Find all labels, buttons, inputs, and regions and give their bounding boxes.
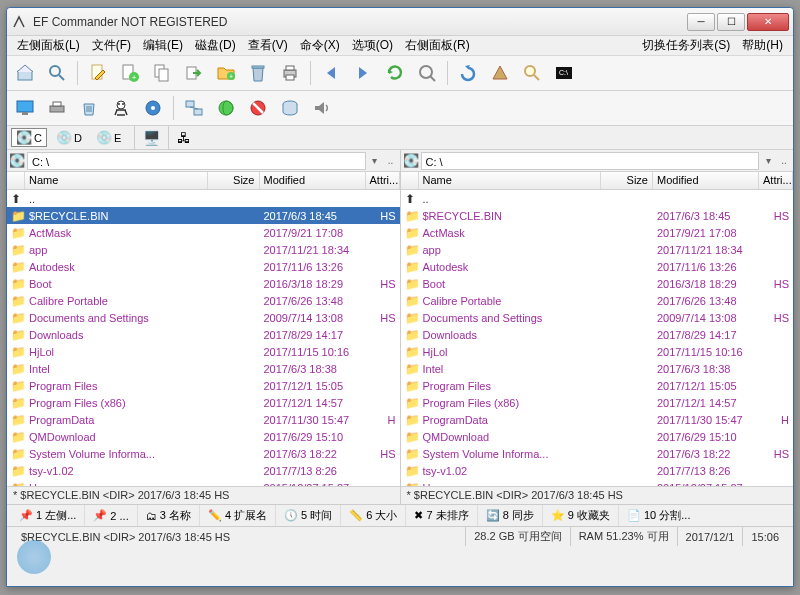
network-icon[interactable]: [180, 94, 208, 122]
funcbar-item[interactable]: 📏6 大小: [340, 505, 405, 526]
table-row[interactable]: 📁Documents and Settings2009/7/14 13:08HS: [401, 309, 794, 326]
table-row[interactable]: 📁ActMask2017/9/21 17:08: [401, 224, 794, 241]
left-filelist[interactable]: Name Size Modified Attri... ⬆.. 📁$RECYCL…: [7, 172, 400, 486]
back-icon[interactable]: [317, 59, 345, 87]
table-row[interactable]: 📁Intel2017/6/3 18:38: [401, 360, 794, 377]
menu-item[interactable]: 编辑(E): [137, 35, 189, 56]
funcbar-item[interactable]: 🕔5 时间: [275, 505, 340, 526]
drive-network-icon[interactable]: 🖥️: [143, 130, 160, 146]
table-row[interactable]: 📁System Volume Informa...2017/6/3 18:22H…: [7, 445, 400, 462]
col-modified[interactable]: Modified: [260, 172, 366, 189]
titlebar[interactable]: EF Commander NOT REGISTERED ─ ☐ ✕: [7, 8, 793, 36]
funcbar-item[interactable]: ✏️4 扩展名: [199, 505, 275, 526]
new-folder-icon[interactable]: +: [212, 59, 240, 87]
table-row[interactable]: 📁tsy-v1.022017/7/13 8:26: [7, 462, 400, 479]
table-row[interactable]: 📁Downloads2017/8/29 14:17: [401, 326, 794, 343]
table-row[interactable]: 📁app2017/11/21 18:34: [401, 241, 794, 258]
funcbar-item[interactable]: ✖7 未排序: [405, 505, 476, 526]
table-row[interactable]: 📁tsy-v1.022017/7/13 8:26: [401, 462, 794, 479]
table-row[interactable]: 📁Program Files (x86)2017/12/1 14:57: [7, 394, 400, 411]
table-row[interactable]: 📁HjLol2017/11/15 10:16: [7, 343, 400, 360]
table-row[interactable]: 📁Calibre Portable2017/6/26 13:48: [7, 292, 400, 309]
funcbar-item[interactable]: 🔄8 同步: [477, 505, 542, 526]
menu-item[interactable]: 查看(V): [242, 35, 294, 56]
edit-icon[interactable]: [84, 59, 112, 87]
share-icon[interactable]: [212, 94, 240, 122]
table-row[interactable]: 📁ProgramData2017/11/30 15:47H: [7, 411, 400, 428]
menu-item[interactable]: 帮助(H): [736, 35, 789, 56]
table-row[interactable]: 📁QMDownload2017/6/29 15:10: [401, 428, 794, 445]
col-name[interactable]: Name: [419, 172, 602, 189]
col-attr[interactable]: Attri...: [366, 172, 400, 189]
table-row[interactable]: 📁System Volume Informa...2017/6/3 18:22H…: [401, 445, 794, 462]
col-attr[interactable]: Attri...: [759, 172, 793, 189]
funcbar-item[interactable]: 📌2 ...: [84, 505, 136, 526]
table-row[interactable]: 📁Documents and Settings2009/7/14 13:08HS: [7, 309, 400, 326]
sound-icon[interactable]: [308, 94, 336, 122]
maximize-button[interactable]: ☐: [717, 13, 745, 31]
minimize-button[interactable]: ─: [687, 13, 715, 31]
pyramid-icon[interactable]: [486, 59, 514, 87]
undo-icon[interactable]: [454, 59, 482, 87]
menu-item[interactable]: 命令(X): [294, 35, 346, 56]
print-icon[interactable]: [276, 59, 304, 87]
table-row[interactable]: 📁ProgramData2017/11/30 15:47H: [401, 411, 794, 428]
table-row[interactable]: 📁ActMask2017/9/21 17:08: [7, 224, 400, 241]
forward-icon[interactable]: [349, 59, 377, 87]
menu-item[interactable]: 磁盘(D): [189, 35, 242, 56]
table-row[interactable]: 📁HjLol2017/11/15 10:16: [401, 343, 794, 360]
virus-icon[interactable]: [107, 94, 135, 122]
left-path[interactable]: C: \: [27, 152, 366, 170]
drive-E[interactable]: 💿E: [91, 128, 126, 147]
right-path[interactable]: C: \: [421, 152, 760, 170]
zoom-icon[interactable]: [413, 59, 441, 87]
col-size[interactable]: Size: [208, 172, 260, 189]
col-name[interactable]: Name: [25, 172, 208, 189]
table-row[interactable]: 📁Program Files (x86)2017/12/1 14:57: [401, 394, 794, 411]
table-row[interactable]: 📁Boot2016/3/18 18:29HS: [401, 275, 794, 292]
up-row[interactable]: ⬆..: [401, 190, 794, 207]
drive-c-icon[interactable]: 💽: [403, 153, 419, 168]
up-button[interactable]: ..: [777, 155, 791, 166]
menu-item[interactable]: 文件(F): [86, 35, 137, 56]
drive-D[interactable]: 💿D: [51, 128, 87, 147]
delete-icon[interactable]: [244, 59, 272, 87]
table-row[interactable]: 📁$RECYCLE.BIN2017/6/3 18:45HS: [7, 207, 400, 224]
table-row[interactable]: 📁Program Files2017/12/1 15:05: [401, 377, 794, 394]
home-icon[interactable]: [11, 59, 39, 87]
copy-icon[interactable]: [148, 59, 176, 87]
menu-item[interactable]: 左侧面板(L): [11, 35, 86, 56]
table-row[interactable]: 📁Boot2016/3/18 18:29HS: [7, 275, 400, 292]
funcbar-item[interactable]: 📄10 分割...: [618, 505, 698, 526]
find-icon[interactable]: [518, 59, 546, 87]
table-row[interactable]: 📁Users2015/12/27 15:27: [7, 479, 400, 486]
funcbar-item[interactable]: 📌1 左侧...: [11, 505, 84, 526]
drive-icon[interactable]: [276, 94, 304, 122]
up-row[interactable]: ⬆..: [7, 190, 400, 207]
close-button[interactable]: ✕: [747, 13, 789, 31]
funcbar-item[interactable]: ⭐9 收藏夹: [542, 505, 618, 526]
table-row[interactable]: 📁$RECYCLE.BIN2017/6/3 18:45HS: [401, 207, 794, 224]
refresh-icon[interactable]: [381, 59, 409, 87]
recycle-icon[interactable]: [75, 94, 103, 122]
table-row[interactable]: 📁Users2015/12/27 15:27: [401, 479, 794, 486]
move-icon[interactable]: [180, 59, 208, 87]
table-row[interactable]: 📁Intel2017/6/3 18:38: [7, 360, 400, 377]
table-row[interactable]: 📁Downloads2017/8/29 14:17: [7, 326, 400, 343]
table-row[interactable]: 📁Autodesk2017/11/6 13:26: [401, 258, 794, 275]
col-modified[interactable]: Modified: [653, 172, 759, 189]
menu-item[interactable]: 切换任务列表(S): [636, 35, 736, 56]
funcbar-item[interactable]: 🗂3 名称: [137, 505, 199, 526]
col-size[interactable]: Size: [601, 172, 653, 189]
table-row[interactable]: 📁QMDownload2017/6/29 15:10: [7, 428, 400, 445]
right-filelist[interactable]: Name Size Modified Attri... ⬆.. 📁$RECYCL…: [401, 172, 794, 486]
menu-item[interactable]: 右侧面板(R): [399, 35, 476, 56]
menu-item[interactable]: 选项(O): [346, 35, 399, 56]
table-row[interactable]: 📁Program Files2017/12/1 15:05: [7, 377, 400, 394]
drive-share-icon[interactable]: 🖧: [177, 130, 191, 146]
drive-C[interactable]: 💽C: [11, 128, 47, 147]
drive-c-icon[interactable]: 💽: [9, 153, 25, 168]
block-icon[interactable]: [244, 94, 272, 122]
desktop-icon[interactable]: [11, 94, 39, 122]
printer2-icon[interactable]: [43, 94, 71, 122]
